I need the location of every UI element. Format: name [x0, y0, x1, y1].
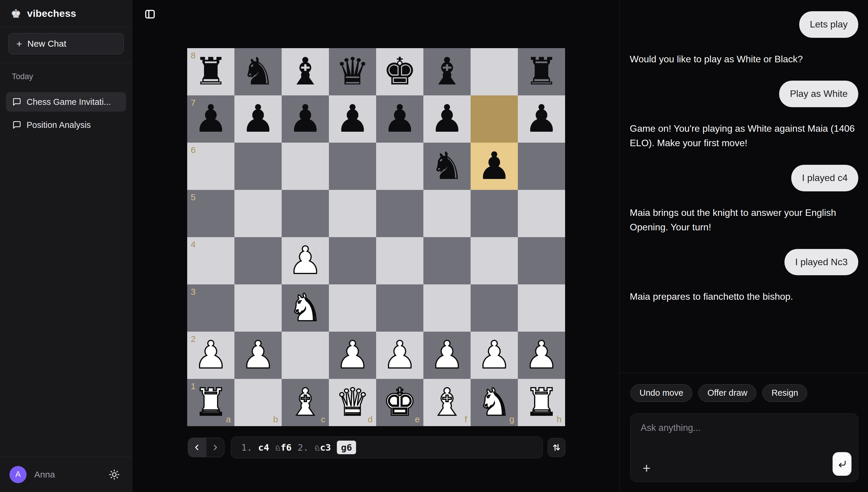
board-square-f4[interactable] — [424, 237, 470, 285]
board-square-e2[interactable]: ♟ — [376, 331, 424, 379]
board-square-f5[interactable] — [424, 190, 470, 237]
board-square-g6[interactable]: ♟ — [470, 143, 518, 190]
board-square-d2[interactable]: ♟ — [329, 331, 376, 379]
board-square-e8[interactable]: ♚ — [376, 48, 424, 95]
previous-move-button[interactable] — [188, 438, 206, 457]
board-square-h2[interactable]: ♟ — [518, 331, 565, 379]
board-square-e5[interactable] — [376, 190, 424, 237]
board-square-e4[interactable] — [376, 237, 424, 285]
chat-input[interactable] — [631, 414, 858, 455]
move-list: 1. c4 ♘f6 2. ♘c3 g6 — [231, 437, 543, 458]
board-square-d5[interactable] — [329, 190, 376, 237]
board-square-d3[interactable] — [329, 285, 376, 331]
board-square-g1[interactable]: g♞ — [470, 379, 518, 426]
board-square-a2[interactable]: 2♟ — [187, 331, 234, 379]
board-square-f3[interactable] — [424, 285, 470, 331]
board-square-c5[interactable] — [282, 190, 329, 237]
new-chat-button[interactable]: + New Chat — [8, 33, 124, 54]
user-message-bubble: Lets play — [799, 11, 858, 38]
board-square-c2[interactable] — [282, 331, 329, 379]
board-square-g3[interactable] — [470, 285, 518, 331]
flip-board-button[interactable] — [548, 438, 565, 457]
board-square-e1[interactable]: e♚ — [376, 379, 424, 426]
board-square-e7[interactable]: ♟ — [376, 95, 424, 143]
move-navigation — [188, 438, 224, 457]
current-move-token[interactable]: g6 — [337, 441, 356, 454]
board-square-c8[interactable]: ♝ — [282, 48, 329, 95]
board-square-h8[interactable]: ♜ — [518, 48, 565, 95]
board-square-d7[interactable]: ♟ — [329, 95, 376, 143]
move-token[interactable]: ♘c3 — [314, 442, 331, 453]
board-square-c4[interactable]: ♟ — [282, 237, 329, 285]
board-square-g4[interactable] — [470, 237, 518, 285]
theme-toggle-button[interactable] — [106, 466, 123, 483]
board-square-d6[interactable] — [329, 143, 376, 190]
board-square-f2[interactable]: ♟ — [424, 331, 470, 379]
resign-button[interactable]: Resign — [762, 384, 807, 402]
undo-move-button[interactable]: Undo move — [630, 384, 692, 402]
assistant-message: Would you like to play as White or Black… — [630, 52, 803, 67]
board-square-g8[interactable] — [470, 48, 518, 95]
board-square-g5[interactable] — [470, 190, 518, 237]
sidebar-toggle-button[interactable] — [142, 6, 158, 22]
board-square-b3[interactable] — [234, 285, 282, 331]
user-message-row: I played c4 — [630, 165, 858, 191]
user-avatar[interactable]: A — [9, 466, 27, 483]
chess-board: 8♜♞♝♛♚♝♜7♟♟♟♟♟♟♟6♞♟54♟3♞2♟♟♟♟♟♟♟1a♜bc♝d♛… — [187, 48, 565, 426]
board-square-a3[interactable]: 3 — [187, 285, 234, 331]
board-square-a1[interactable]: 1a♜ — [187, 379, 234, 426]
board-square-c6[interactable] — [282, 143, 329, 190]
white-knight-piece: ♞ — [282, 285, 329, 331]
move-token[interactable]: c4 — [258, 442, 269, 453]
board-square-f6[interactable]: ♞ — [424, 143, 470, 190]
board-square-a8[interactable]: 8♜ — [187, 48, 234, 95]
app-title: vibechess — [27, 8, 76, 19]
board-square-h7[interactable]: ♟ — [518, 95, 565, 143]
board-square-f1[interactable]: f♝ — [424, 379, 470, 426]
board-square-f7[interactable]: ♟ — [424, 95, 470, 143]
board-square-e6[interactable] — [376, 143, 424, 190]
board-square-g7[interactable] — [470, 95, 518, 143]
board-square-b4[interactable] — [234, 237, 282, 285]
board-square-h5[interactable] — [518, 190, 565, 237]
board-square-b7[interactable]: ♟ — [234, 95, 282, 143]
board-square-c3[interactable]: ♞ — [282, 285, 329, 331]
app-window: ♚ vibechess + New Chat Today Chess Game … — [0, 0, 868, 492]
board-square-b6[interactable] — [234, 143, 282, 190]
board-square-h4[interactable] — [518, 237, 565, 285]
board-square-b8[interactable]: ♞ — [234, 48, 282, 95]
board-square-d1[interactable]: d♛ — [329, 379, 376, 426]
sidebar-divider — [0, 63, 132, 63]
rank-label: 6 — [191, 145, 196, 155]
move-number: 2. — [298, 442, 308, 453]
board-square-d8[interactable]: ♛ — [329, 48, 376, 95]
board-square-a6[interactable]: 6 — [187, 143, 234, 190]
board-square-c1[interactable]: c♝ — [282, 379, 329, 426]
board-square-b1[interactable]: b — [234, 379, 282, 426]
board-square-a7[interactable]: 7♟ — [187, 95, 234, 143]
sidebar-item-position-analysis[interactable]: Position Analysis — [6, 115, 126, 135]
user-message-bubble: Play as White — [779, 81, 858, 107]
board-square-b5[interactable] — [234, 190, 282, 237]
board-square-a4[interactable]: 4 — [187, 237, 234, 285]
board-square-c7[interactable]: ♟ — [282, 95, 329, 143]
board-square-d4[interactable] — [329, 237, 376, 285]
board-square-h3[interactable] — [518, 285, 565, 331]
offer-draw-button[interactable]: Offer draw — [698, 384, 757, 402]
sidebar-item-chess-game-invitation[interactable]: Chess Game Invitati... — [6, 92, 126, 112]
history-section-label: Today — [12, 72, 33, 81]
send-button[interactable] — [833, 452, 851, 476]
chat-bubble-icon — [12, 121, 21, 129]
board-square-g2[interactable]: ♟ — [470, 331, 518, 379]
black-pawn-piece: ♟ — [470, 143, 518, 189]
board-square-e3[interactable] — [376, 285, 424, 331]
board-square-h6[interactable] — [518, 143, 565, 190]
board-square-a5[interactable]: 5 — [187, 190, 234, 237]
next-move-button[interactable] — [206, 438, 224, 457]
board-square-f8[interactable]: ♝ — [424, 48, 470, 95]
white-pawn-piece: ♟ — [329, 331, 376, 378]
attach-button[interactable]: + — [638, 460, 655, 476]
move-token[interactable]: ♘f6 — [275, 442, 292, 453]
board-square-h1[interactable]: h♜ — [518, 379, 565, 426]
board-square-b2[interactable]: ♟ — [234, 331, 282, 379]
